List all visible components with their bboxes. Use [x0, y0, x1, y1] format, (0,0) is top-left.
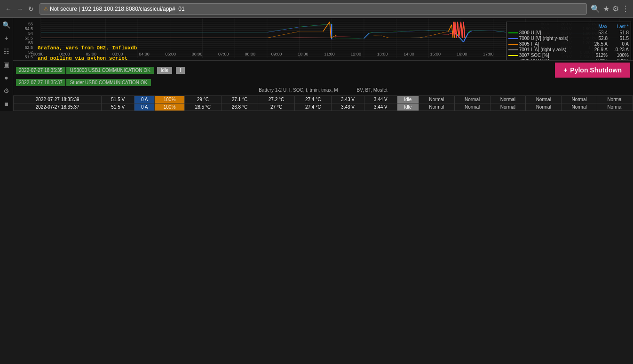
legend-color-7002soc: [508, 61, 518, 61]
legend-item-7002soc: 7002 SOC [%] 100% 100%: [508, 58, 629, 61]
status-row-2: 2022-07-27 18:35:37 Studer USB0 COMMUNIC…: [16, 79, 630, 86]
main-layout: 🔍 + ☷ ▣ ● ⚙ ■: [0, 18, 633, 111]
extensions-icon[interactable]: ⚙: [612, 4, 619, 13]
pylon-shutdown-button[interactable]: + Pylon Shutdown: [555, 63, 630, 78]
sidebar-icon-bell[interactable]: ●: [1, 72, 12, 83]
cell-c1: Normal: [419, 96, 454, 103]
legend-header: Max Last *: [508, 24, 629, 29]
cell-c6: Normal: [597, 103, 633, 111]
menu-icon[interactable]: ⋮: [622, 4, 629, 13]
pylon-btn-label: Pylon Shutdown: [570, 66, 622, 74]
bookmark-icon[interactable]: ★: [603, 4, 609, 13]
cell-c5: Normal: [562, 103, 597, 111]
back-button[interactable]: ←: [4, 4, 13, 14]
status-idle-1: Idle: [157, 67, 172, 74]
cell-soc: 100%: [155, 96, 185, 103]
cell-c1: Normal: [419, 103, 454, 111]
legend-panel: Max Last * 3000 U [V] 53.4 51.8 7000 U […: [506, 22, 631, 61]
cell-t3: 27 °C: [258, 103, 295, 111]
legend-item-7001i: 7001 I [A] (right y-axis) 26.9 A -0.23 A: [508, 47, 629, 52]
cell-t3: 27.2 °C: [258, 96, 295, 103]
browser-chrome: ← → ↻ ⚠ Not secure | 192.168.100.218:808…: [0, 0, 633, 18]
cell-current: 0 A: [135, 103, 155, 111]
cell-current: 0 A: [135, 96, 155, 103]
cell-v2: 3.44 V: [364, 103, 397, 111]
legend-item-3000u: 3000 U [V] 53.4 51.8: [508, 30, 629, 35]
sidebar-icon-search[interactable]: 🔍: [1, 20, 12, 30]
status-timestamp-2: 2022-07-27 18:35:37: [16, 79, 65, 86]
cell-timestamp: 2022-07-27 18:35:39: [14, 96, 102, 103]
table-header-label: Battery 1-2 U, I, SOC, t, tmin, tmax, M: [259, 87, 338, 93]
legend-max-header: Max: [599, 24, 608, 29]
table-row: 2022-07-27 18:35:39 51.5 V 0 A 100% 29 °…: [14, 96, 633, 103]
sidebar-icon-compass[interactable]: ▣: [1, 59, 12, 70]
table-extra-header-label: BV, BT, Mosfet: [357, 87, 388, 93]
cell-t1: 29 °C: [184, 96, 221, 103]
cell-c5: Normal: [562, 96, 597, 103]
cell-voltage: 51.5 V: [102, 103, 135, 111]
cell-t4: 27.4 °C: [295, 96, 332, 103]
cell-t2: 26.8 °C: [221, 103, 258, 111]
cell-c2: Normal: [454, 96, 490, 103]
status-row-1: 2022-07-27 18:35:35 US3000 USB1 COMMUNIC…: [16, 67, 154, 74]
cell-c2: Normal: [454, 103, 490, 111]
cell-c3: Normal: [490, 96, 526, 103]
cell-t1: 28.5 °C: [184, 103, 221, 111]
browser-toolbar-icons: 🔍 ★ ⚙ ⋮: [591, 4, 629, 13]
sidebar-icon-grid[interactable]: ☷: [1, 46, 12, 56]
legend-color-7000u: [508, 38, 518, 39]
forward-button[interactable]: →: [15, 4, 24, 14]
cell-voltage: 51.5 V: [102, 96, 135, 103]
nav-buttons: ← → ↻: [4, 4, 36, 14]
legend-last-header: Last *: [617, 24, 629, 29]
not-secure-label: Not secure: [50, 6, 77, 12]
table-row: 2022-07-27 18:35:37 51.5 V 0 A 100% 28.5…: [14, 103, 633, 111]
cell-timestamp: 2022-07-27 18:35:37: [14, 103, 102, 111]
legend-item-3005i: 3005 I [A] 26.5 A 0 A: [508, 41, 629, 47]
address-bar[interactable]: ⚠ Not secure | 192.168.100.218:8080/clas…: [40, 3, 587, 15]
cell-v1: 3.43 V: [332, 103, 364, 111]
legend-color-3005i: [508, 44, 518, 45]
status-timestamp-1: 2022-07-27 18:35:35: [16, 67, 65, 74]
cell-status: Idle: [397, 96, 419, 103]
cell-c3: Normal: [490, 103, 526, 111]
lock-icon: ⚠: [44, 6, 48, 11]
url-text: 192.168.100.218:8080/classicui/app#_01: [82, 6, 185, 12]
status-charging-1: I: [176, 67, 185, 74]
legend-color-3000u: [508, 32, 518, 33]
refresh-button[interactable]: ↻: [26, 4, 36, 14]
pylon-btn-icon: +: [563, 66, 567, 74]
content-area: 55 54.5 54 53.5 53 52.5 52 51.5 51 50.5 …: [13, 18, 633, 111]
status-message-1: US3000 USB1 COMMUNICATION OK: [66, 67, 154, 74]
cell-v1: 3.43 V: [332, 96, 364, 103]
data-table: 2022-07-27 18:35:39 51.5 V 0 A 100% 29 °…: [13, 95, 633, 111]
cell-t2: 27.1 °C: [221, 96, 258, 103]
sidebar-icon-add[interactable]: +: [1, 33, 12, 43]
cell-status: Idle: [397, 103, 419, 111]
cell-c4: Normal: [526, 103, 562, 111]
legend-item-7000u: 7000 U [V] (right y-axis) 52.8 51.5: [508, 36, 629, 41]
search-browser-icon[interactable]: 🔍: [591, 4, 600, 13]
status-message-2: Studer USB0 COMMUNICATION OK: [66, 79, 151, 86]
url-divider: |: [77, 6, 82, 12]
chart-annotation-title1: Grafana, vars from OH2, Influxdb: [38, 45, 137, 51]
sidebar: 🔍 + ☷ ▣ ● ⚙ ■: [0, 18, 13, 111]
legend-color-3007soc: [508, 55, 518, 56]
table-header-info: Battery 1-2 U, I, SOC, t, tmin, tmax, M …: [16, 87, 630, 93]
cell-c6: Normal: [597, 96, 633, 103]
y-axis-left: 55 54.5 54 53.5 53 52.5 52 51.5 51 50.5 …: [13, 22, 33, 47]
cell-t4: 27.4 °C: [295, 103, 332, 111]
legend-item-3007soc: 3007 SOC [%] 512% 100%: [508, 53, 629, 58]
cell-soc: 100%: [155, 103, 185, 111]
cell-v2: 3.44 V: [364, 96, 397, 103]
status-control-area: 2022-07-27 18:35:35 US3000 USB1 COMMUNIC…: [13, 61, 633, 95]
status-control-row1: 2022-07-27 18:35:35 US3000 USB1 COMMUNIC…: [16, 63, 630, 78]
graph-panel: 55 54.5 54 53.5 53 52.5 52 51.5 51 50.5 …: [13, 18, 633, 61]
sidebar-icon-shield[interactable]: ■: [1, 99, 12, 109]
cell-c4: Normal: [526, 96, 562, 103]
data-table-container: 2022-07-27 18:35:39 51.5 V 0 A 100% 29 °…: [13, 95, 633, 111]
legend-color-7001i: [508, 49, 518, 50]
chart-annotation-title2: and polling via python script: [38, 55, 127, 61]
sidebar-icon-settings[interactable]: ⚙: [1, 86, 12, 96]
